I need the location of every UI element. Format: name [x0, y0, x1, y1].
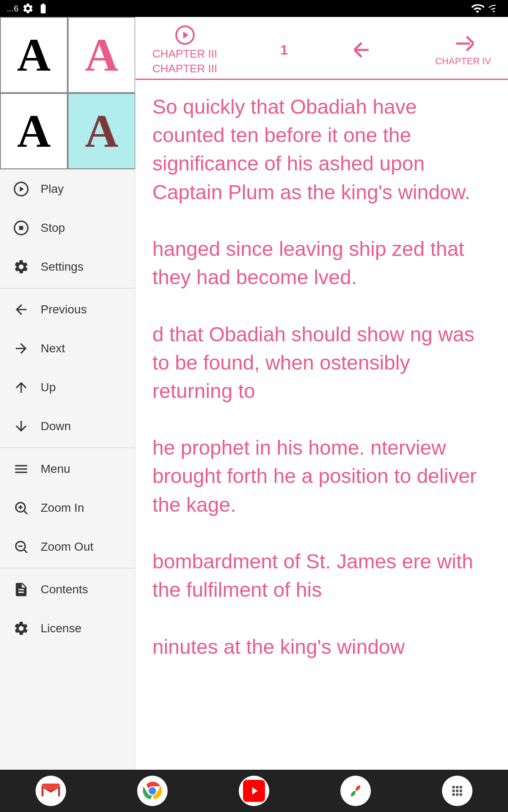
reading-content: So quickly that Obadiah have counted ten… [135, 80, 508, 770]
menu-item-next[interactable]: Next [0, 329, 135, 368]
font-preview-teal[interactable]: A [68, 93, 135, 169]
menu-item-settings[interactable]: Settings [0, 247, 135, 286]
menu-label: Menu [41, 462, 70, 476]
font-a-black: A [17, 28, 50, 82]
chapter-title-center: CHAPTER III CHAPTER III [152, 25, 217, 75]
chrome-app-icon[interactable] [137, 776, 168, 806]
page-number: 1 [280, 42, 288, 58]
chapter-forward-button[interactable]: CHAPTER IV [435, 33, 491, 67]
chapter-iv-label: CHAPTER IV [435, 56, 491, 67]
font-preview-pink[interactable]: A [68, 17, 135, 93]
svg-rect-3 [19, 226, 23, 230]
divider-2 [0, 447, 135, 448]
reading-paragraph-4: he prophet in his home. nterview brought… [152, 433, 491, 519]
license-label: License [41, 622, 82, 635]
font-a-pink: A [85, 28, 118, 82]
content-area: CHAPTER III CHAPTER III 1 CHAPTER IV [135, 17, 508, 770]
svg-point-21 [452, 786, 455, 789]
status-time: ...6 [7, 4, 19, 14]
chapter-sub-label: CHAPTER III [152, 62, 217, 75]
bottom-bar [0, 770, 508, 812]
svg-point-16 [149, 787, 155, 794]
wifi-icon [471, 2, 484, 15]
menu-item-down[interactable]: Down [0, 407, 135, 446]
settings-icon [12, 258, 30, 276]
menu-item-license[interactable]: License [0, 609, 135, 648]
next-label: Next [41, 342, 65, 355]
app-grid-icon[interactable] [442, 776, 472, 806]
menu-item-zoom-in[interactable]: Zoom In [0, 488, 135, 527]
down-label: Down [41, 420, 71, 433]
svg-point-28 [456, 793, 459, 796]
previous-label: Previous [41, 303, 87, 316]
play-label: Play [41, 182, 64, 196]
font-preview-yellow-highlight[interactable]: A [0, 93, 68, 169]
chapter-header: CHAPTER III CHAPTER III 1 CHAPTER IV [135, 17, 508, 80]
font-preview-grid: A A A A [0, 17, 135, 170]
svg-point-22 [456, 786, 459, 789]
menu-item-up[interactable]: Up [0, 368, 135, 407]
font-a-yellow: A [17, 104, 50, 158]
battery-status-icon [37, 3, 49, 14]
zoom-out-icon [12, 538, 30, 556]
menu-item-play[interactable]: Play [0, 170, 135, 208]
svg-line-9 [24, 550, 27, 553]
svg-point-23 [459, 786, 462, 789]
settings-label: Settings [41, 260, 83, 274]
divider-1 [0, 288, 135, 288]
main-layout: A A A A [0, 17, 508, 770]
svg-point-29 [459, 793, 462, 796]
divider-3 [0, 568, 135, 568]
zoom-in-icon [12, 499, 30, 517]
gmail-app-icon[interactable] [36, 776, 66, 806]
menu-section: Play Stop Settings [0, 170, 135, 648]
license-icon [12, 619, 30, 638]
signal-icon [488, 2, 501, 15]
zoom-in-label: Zoom In [41, 501, 84, 515]
sidebar: A A A A [0, 17, 135, 770]
next-icon [12, 339, 30, 358]
status-bar-right [471, 2, 501, 15]
contents-icon [12, 580, 30, 599]
contents-label: Contents [41, 583, 88, 596]
reading-paragraph-1: So quickly that Obadiah have counted ten… [152, 93, 491, 206]
reading-paragraph-2: hanged since leaving ship zed that they … [152, 235, 491, 291]
svg-line-5 [24, 511, 27, 514]
reading-paragraph-6: ninutes at the king's window [152, 633, 491, 661]
menu-item-contents[interactable]: Contents [0, 570, 135, 609]
svg-marker-1 [20, 187, 24, 192]
menu-icon [12, 460, 30, 478]
youtube-app-icon[interactable] [239, 776, 269, 806]
play-icon [12, 180, 30, 198]
chapter-back-button[interactable] [351, 39, 372, 60]
google-photos-app-icon[interactable] [340, 776, 371, 806]
zoom-out-label: Zoom Out [41, 540, 93, 554]
menu-item-stop[interactable]: Stop [0, 208, 135, 247]
previous-icon [12, 300, 30, 319]
stop-label: Stop [41, 221, 65, 235]
chapter-play-label: CHAPTER III [152, 47, 217, 60]
font-preview-black[interactable]: A [0, 17, 68, 93]
menu-item-zoom-out[interactable]: Zoom Out [0, 527, 135, 566]
up-icon [12, 378, 30, 397]
svg-point-24 [452, 790, 455, 793]
svg-point-25 [456, 790, 459, 793]
status-bar: ...6 [0, 0, 508, 17]
down-icon [12, 417, 30, 436]
reading-paragraph-3: d that Obadiah should show ng was to be … [152, 320, 491, 406]
svg-point-27 [452, 793, 455, 796]
play-chapter-icon[interactable] [174, 25, 196, 46]
menu-item-previous[interactable]: Previous [0, 290, 135, 329]
reading-paragraph-5: bombardment of St. James ere with the fu… [152, 547, 491, 604]
up-label: Up [41, 381, 56, 394]
status-bar-left: ...6 [7, 3, 49, 14]
menu-item-menu[interactable]: Menu [0, 450, 135, 488]
svg-point-26 [459, 790, 462, 793]
stop-icon [12, 219, 30, 237]
svg-marker-12 [183, 32, 188, 39]
settings-status-icon [22, 3, 34, 14]
font-a-teal: A [85, 104, 118, 158]
